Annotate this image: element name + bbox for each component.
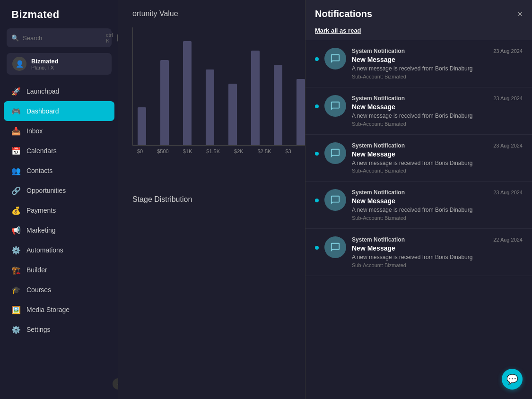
account-selector[interactable]: 👤 Bizmated Plano, TX — [7, 53, 112, 75]
message-icon — [330, 101, 340, 111]
notif-body: A new message is received from Boris Din… — [352, 206, 523, 214]
notif-body: A new message is received from Boris Din… — [352, 65, 523, 73]
inbox-icon: 📥 — [11, 126, 21, 136]
chart-bar — [160, 60, 169, 145]
sidebar-item-label: Courses — [26, 286, 51, 294]
notif-date: 23 Aug 2024 — [493, 95, 523, 101]
notifications-title: Notifications — [315, 9, 372, 19]
notif-source: System Notification — [352, 189, 405, 196]
sidebar-item-label: Marketing — [26, 226, 55, 234]
sidebar-item-label: Builder — [26, 266, 47, 274]
notif-title: New Message — [352, 244, 523, 252]
app-logo: Bizmated — [0, 0, 118, 28]
notification-item[interactable]: System Notification 23 Aug 2024 New Mess… — [305, 135, 532, 182]
sidebar-item-automations[interactable]: ⚙️ Automations — [0, 240, 118, 260]
notification-avatar — [324, 95, 346, 117]
chart-bar — [138, 107, 146, 145]
sidebar-item-label: Dashboard — [26, 107, 59, 115]
builder-icon: 🏗️ — [11, 265, 21, 275]
notifications-close-button[interactable]: × — [517, 10, 523, 18]
sidebar-item-settings[interactable]: ⚙️ Settings — [0, 320, 118, 339]
notifications-list: System Notification 23 Aug 2024 New Mess… — [305, 40, 532, 399]
search-icon: 🔍 — [11, 35, 19, 42]
search-input[interactable] — [23, 35, 102, 42]
message-icon — [330, 53, 340, 64]
marketing-icon: 📢 — [11, 226, 21, 235]
message-icon — [330, 148, 340, 158]
notif-body: A new message is received from Boris Din… — [352, 253, 523, 261]
payments-icon: 💰 — [11, 206, 21, 215]
mark-all-read-button[interactable]: Mark all as read — [315, 27, 361, 40]
notification-item[interactable]: System Notification 23 Aug 2024 New Mess… — [305, 87, 532, 135]
notif-source: System Notification — [352, 236, 405, 243]
notif-sub-account: Sub-Account: Bizmated — [352, 74, 523, 79]
sidebar-item-inbox[interactable]: 📥 Inbox — [0, 121, 118, 141]
sidebar-item-label: Settings — [26, 326, 51, 333]
unread-dot — [315, 104, 319, 108]
notif-date: 22 Aug 2024 — [493, 237, 523, 243]
sidebar-item-label: Automations — [26, 246, 63, 254]
sidebar-nav: 🚀 Launchpad 🎮 Dashboard 📥 Inbox 📅 Calend… — [0, 81, 118, 399]
dashboard-icon: 🎮 — [11, 106, 21, 116]
sidebar-item-dashboard[interactable]: 🎮 Dashboard — [4, 101, 114, 121]
unread-dot — [315, 246, 319, 250]
notification-avatar — [324, 48, 346, 69]
chart-bar — [183, 41, 192, 145]
sidebar-item-launchpad[interactable]: 🚀 Launchpad — [0, 81, 118, 101]
notif-source: System Notification — [352, 142, 405, 149]
notification-item[interactable]: System Notification 23 Aug 2024 New Mess… — [305, 182, 532, 229]
sidebar-item-payments[interactable]: 💰 Payments — [0, 200, 118, 220]
notification-item[interactable]: System Notification 22 Aug 2024 New Mess… — [305, 229, 532, 276]
chart-bar — [251, 51, 260, 145]
chart-bar — [297, 79, 305, 145]
automations-icon: ⚙️ — [11, 245, 21, 255]
chart-bar — [228, 84, 237, 145]
sidebar-item-label: Calendars — [26, 147, 57, 155]
search-shortcut: ctrl K — [106, 32, 113, 43]
sidebar-item-marketing[interactable]: 📢 Marketing — [0, 220, 118, 240]
sidebar-item-label: Payments — [26, 207, 56, 214]
notif-body: A new message is received from Boris Din… — [352, 112, 523, 120]
notif-source: System Notification — [352, 95, 405, 102]
courses-icon: 🎓 — [11, 285, 21, 295]
contacts-icon: 👥 — [11, 166, 21, 175]
account-name: Bizmated — [31, 58, 59, 65]
media-storage-icon: 🖼️ — [11, 305, 21, 314]
notif-title: New Message — [352, 197, 523, 205]
sidebar-item-opportunities[interactable]: 🔗 Opportunities — [0, 181, 118, 200]
notif-sub-account: Sub-Account: Bizmated — [352, 121, 523, 127]
launchpad-icon: 🚀 — [11, 87, 21, 96]
sidebar-item-contacts[interactable]: 👥 Contacts — [0, 161, 118, 181]
notif-date: 23 Aug 2024 — [493, 143, 523, 148]
notification-item[interactable]: System Notification 23 Aug 2024 New Mess… — [305, 40, 532, 87]
notifications-panel: Notifications × Mark all as read System … — [305, 0, 532, 399]
notif-date: 23 Aug 2024 — [493, 48, 523, 54]
sidebar: Bizmated 🔍 ctrl K 👤 👤 Bizmated Plano, TX… — [0, 0, 118, 399]
opportunities-icon: 🔗 — [11, 186, 21, 195]
sidebar-item-label: Inbox — [26, 127, 43, 135]
notif-body: A new message is received from Boris Din… — [352, 159, 523, 167]
sidebar-item-builder[interactable]: 🏗️ Builder — [0, 260, 118, 280]
chart-bar — [206, 69, 214, 145]
sidebar-item-label: Opportunities — [26, 187, 66, 194]
search-bar[interactable]: 🔍 ctrl K 👤 — [7, 28, 112, 47]
settings-icon: ⚙️ — [11, 325, 21, 334]
message-icon — [330, 195, 340, 205]
notification-avatar — [324, 142, 346, 164]
unread-dot — [315, 152, 319, 156]
help-button[interactable]: 💬 — [502, 369, 523, 390]
sidebar-item-label: Media Storage — [26, 306, 70, 313]
sidebar-item-label: Launchpad — [26, 87, 59, 95]
sidebar-item-courses[interactable]: 🎓 Courses — [0, 280, 118, 300]
main-content: ortunity Value $0$500$1K$1.5K$2K$2.5K$3 … — [118, 0, 532, 399]
account-icon: 👤 — [12, 57, 26, 71]
notif-sub-account: Sub-Account: Bizmated — [352, 262, 523, 268]
calendars-icon: 📅 — [11, 146, 21, 156]
sidebar-item-calendars[interactable]: 📅 Calendars — [0, 141, 118, 161]
notification-avatar — [324, 189, 346, 211]
notif-title: New Message — [352, 103, 523, 111]
unread-dot — [315, 199, 319, 202]
sidebar-item-media-storage[interactable]: 🖼️ Media Storage — [0, 300, 118, 320]
notif-title: New Message — [352, 150, 523, 158]
notif-source: System Notification — [352, 48, 405, 54]
